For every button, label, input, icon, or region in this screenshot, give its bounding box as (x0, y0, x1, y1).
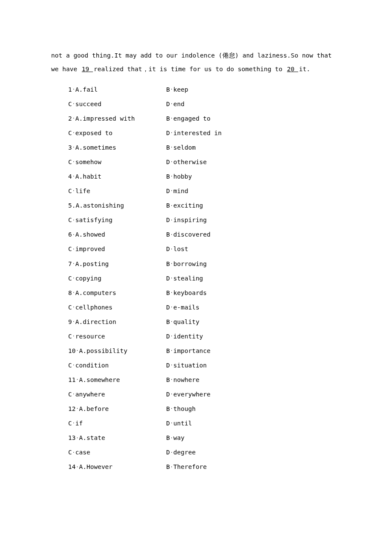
question-13: 13·A.stateB·wayC·caseD·degree (68, 431, 341, 460)
question-4: 4·A.habitB·hobbyC·lifeD·mind (68, 169, 341, 198)
question-row-cd: C·resourceD·identity (68, 329, 341, 344)
question-10: 10·A.possibilityB·importanceC·conditionD… (68, 344, 341, 373)
separator: · (170, 244, 173, 254)
label-b: B (166, 405, 170, 412)
option-c-text: anywhere (75, 391, 105, 398)
separator: · (72, 99, 75, 109)
question-row-ab: 6·A.showedB·discovered (68, 227, 341, 242)
label-c: C (68, 333, 72, 340)
option-c-cell: C·life (68, 184, 166, 198)
question-2: 2·A.impressed withB·engaged toC·exposed … (68, 111, 341, 140)
label-a: A. (75, 86, 83, 93)
option-a-text: fail (83, 86, 98, 93)
option-d-cell: D·degree (166, 445, 341, 460)
option-c-text: satisfying (75, 217, 112, 223)
separator: · (72, 244, 75, 254)
option-c-text: improved (75, 246, 105, 252)
option-b-text: hobby (173, 173, 192, 180)
question-row-ab: 10·A.possibilityB·importance (68, 344, 341, 358)
separator: · (170, 360, 173, 370)
question-row-ab: 8·A.computersB·keyboards (68, 286, 341, 300)
option-b-text: though (173, 405, 196, 412)
separator: · (170, 331, 173, 341)
separator: · (170, 215, 173, 225)
option-d-text: e-mails (173, 304, 199, 311)
separator: · (72, 157, 75, 167)
separator: · (170, 418, 173, 428)
option-b-cell: B·seldom (166, 140, 341, 155)
question-number: 10 (68, 347, 75, 354)
option-d-text: until (173, 420, 192, 427)
option-d-text: stealing (173, 275, 203, 282)
separator: · (75, 462, 79, 472)
question-12: 12·A.beforeB·thoughC·ifD·until (68, 402, 341, 431)
separator: · (72, 113, 75, 124)
label-b: B (166, 202, 170, 209)
label-a: A. (75, 231, 83, 238)
question-row-ab: 5.A.astonishingB·exciting (68, 198, 341, 213)
question-number: 8 (68, 289, 72, 296)
option-a-text: sometimes (83, 144, 116, 151)
question-8: 8·A.computersB·keyboardsC·cellphonesD·e-… (68, 286, 341, 315)
separator: · (72, 142, 75, 153)
label-b: B (166, 86, 170, 93)
option-a-cell: 4·A.habit (68, 169, 166, 184)
question-row-ab: 11·A.somewhereB·nowhere (68, 373, 341, 387)
passage-mid: realized that，it is time for us to do so… (94, 66, 282, 72)
separator: · (170, 317, 173, 327)
option-c-cell: C·condition (68, 358, 166, 373)
separator: · (170, 99, 173, 109)
option-b-text: quality (173, 318, 199, 325)
option-a-text: posting (83, 260, 109, 267)
separator: · (170, 448, 173, 458)
option-b-cell: B·quality (166, 315, 341, 329)
separator: · (170, 84, 173, 95)
label-d: D (166, 246, 170, 252)
question-6: 6·A.showedB·discoveredC·improvedD·lost (68, 227, 341, 256)
separator: · (170, 346, 173, 356)
label-c: C (68, 362, 72, 369)
question-row-cd: C·exposed toD·interested in (68, 126, 341, 140)
question-row-ab: 7·A.postingB·borrowing (68, 257, 341, 271)
label-d: D (166, 391, 170, 398)
separator: · (72, 230, 75, 240)
option-d-cell: D·everywhere (166, 387, 341, 402)
separator: · (72, 331, 75, 341)
label-c: C (68, 275, 72, 282)
label-a: A. (75, 173, 83, 180)
question-3: 3·A.sometimesB·seldomC·somehowD·otherwis… (68, 140, 341, 169)
question-row-cd: C·lifeD·mind (68, 184, 341, 198)
option-d-text: lost (173, 246, 188, 252)
label-b: B (166, 463, 170, 470)
question-row-ab: 12·A.beforeB·though (68, 402, 341, 416)
option-a-cell: 8·A.computers (68, 286, 166, 300)
option-b-cell: B·nowhere (166, 373, 341, 387)
option-a-cell: 13·A.state (68, 431, 166, 445)
option-a-cell: 9·A.direction (68, 315, 166, 329)
option-d-text: inspiring (173, 217, 207, 223)
question-row-ab: 3·A.sometimesB·seldom (68, 140, 341, 155)
question-row-cd: C·improvedD·lost (68, 242, 341, 256)
passage-text: not a good thing.It may add to our indol… (51, 49, 341, 76)
option-b-cell: B·keyboards (166, 286, 341, 300)
option-d-cell: D·inspiring (166, 213, 341, 227)
option-b-cell: B·borrowing (166, 257, 341, 271)
separator: · (72, 360, 75, 370)
option-d-cell: D·situation (166, 358, 341, 373)
option-a-text: somewhere (86, 376, 120, 383)
passage-post: it. (299, 66, 310, 72)
option-c-text: life (75, 188, 90, 194)
label-c: C (68, 217, 72, 223)
separator: · (72, 215, 75, 225)
label-d: D (166, 333, 170, 340)
option-b-cell: B·way (166, 431, 341, 445)
option-a-cell: 11·A.somewhere (68, 373, 166, 387)
separator: · (170, 142, 173, 153)
option-a-cell: 14·A.However (68, 460, 166, 474)
label-d: D (166, 362, 170, 369)
option-d-text: everywhere (173, 391, 210, 398)
option-b-text: Therefore (173, 463, 207, 470)
separator: · (170, 433, 173, 443)
separator: · (170, 389, 173, 399)
label-b: B (166, 434, 170, 441)
